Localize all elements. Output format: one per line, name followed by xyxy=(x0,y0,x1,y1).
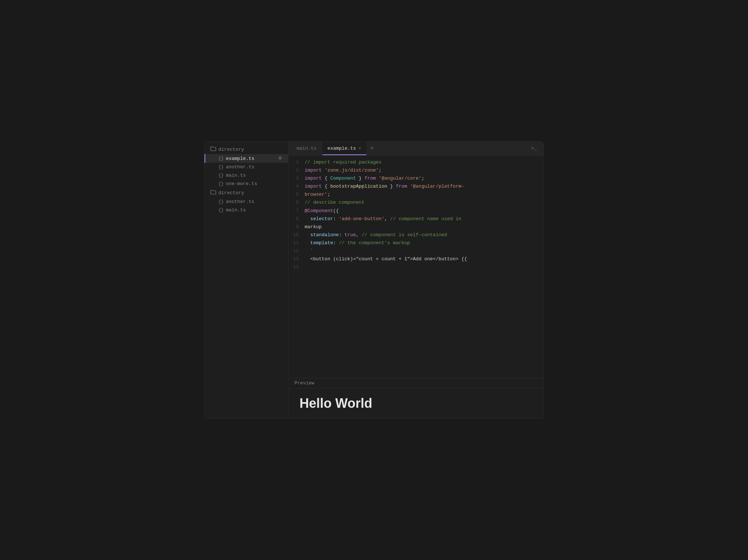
code-line-12: template: // the component's markup xyxy=(305,239,543,247)
tab-example-ts-label: example.ts xyxy=(328,146,356,151)
code-line-2: import 'zone.js/dist/zone'; xyxy=(305,166,543,174)
folder-icon-1 xyxy=(210,146,216,153)
braces-icon-another1: {} xyxy=(218,165,224,170)
sidebar-file-one-more-ts[interactable]: {} one-more.ts xyxy=(205,180,288,188)
sidebar-file-main-label-1: main.ts xyxy=(226,173,246,178)
code-line-8: @Component({ xyxy=(305,207,543,215)
code-line-4: import { bootstrapApplication } from '@a… xyxy=(305,183,543,191)
braces-icon-main2: {} xyxy=(218,208,224,213)
sidebar-file-onemore-label: one-more.ts xyxy=(226,181,257,187)
preview-content: Hello World xyxy=(289,388,543,418)
delete-icon[interactable] xyxy=(278,156,282,161)
sidebar-file-main-ts-2[interactable]: {} main.ts xyxy=(205,206,288,214)
preview-title: Hello World xyxy=(299,396,533,411)
sidebar-file-main-label-2: main.ts xyxy=(226,207,246,213)
code-line-10: markup xyxy=(305,223,543,231)
tab-add-button[interactable]: + xyxy=(367,145,377,152)
sidebar-directory-1[interactable]: directory xyxy=(205,145,288,154)
sidebar-file-another-ts-1[interactable]: {} another.ts xyxy=(205,163,288,171)
sidebar-file-main-ts-1[interactable]: {} main.ts xyxy=(205,171,288,180)
line-numbers: 1 2 3 4 5 6 7 8 9 10 11 12 13 14 xyxy=(289,158,305,375)
sidebar: directory {} example.ts {} another.ts {}… xyxy=(205,142,289,418)
tab-example-ts[interactable]: example.ts × xyxy=(323,142,366,155)
braces-icon-main1: {} xyxy=(218,173,224,178)
sidebar-file-example-ts[interactable]: {} example.ts xyxy=(205,154,288,163)
sidebar-dir1-label: directory xyxy=(218,147,244,152)
code-line-7: // describe component xyxy=(305,199,543,207)
code-content: // import required packages import 'zone… xyxy=(305,158,543,375)
sidebar-file-another-label-2: another.ts xyxy=(226,199,254,204)
folder-icon-2 xyxy=(210,189,216,196)
main-area: main.ts example.ts × + >_ 1 2 3 4 5 6 7 … xyxy=(289,142,543,418)
code-line-13: ` xyxy=(305,247,543,255)
preview-label: Preview xyxy=(289,378,543,388)
code-line-3: import { Component } from '@angular/core… xyxy=(305,174,543,183)
svg-rect-1 xyxy=(279,156,281,157)
code-line-9: selector: 'add-one-button', // component… xyxy=(305,215,543,223)
code-line-11: standalone: true, // component is self-c… xyxy=(305,231,543,239)
sidebar-file-example-label: example.ts xyxy=(226,156,254,161)
sidebar-file-another-ts-2[interactable]: {} another.ts xyxy=(205,197,288,206)
code-editor[interactable]: 1 2 3 4 5 6 7 8 9 10 11 12 13 14 // impo… xyxy=(289,156,543,378)
tab-close-icon[interactable]: × xyxy=(358,146,361,151)
tab-main-ts-label: main.ts xyxy=(297,146,317,151)
sidebar-dir2-label: directory xyxy=(218,190,244,196)
braces-icon-onemore: {} xyxy=(218,181,224,187)
tab-main-ts[interactable]: main.ts xyxy=(291,142,322,155)
sidebar-directory-2[interactable]: directory xyxy=(205,188,288,197)
terminal-button[interactable]: >_ xyxy=(527,144,541,153)
code-line-1: // import required packages xyxy=(305,158,543,166)
preview-section: Preview Hello World xyxy=(289,378,543,418)
code-line-5: browser'; xyxy=(305,191,543,199)
tab-bar: main.ts example.ts × + >_ xyxy=(289,142,543,156)
braces-icon-another2: {} xyxy=(218,199,224,204)
editor-container: directory {} example.ts {} another.ts {}… xyxy=(204,141,544,419)
braces-icon-example: {} xyxy=(218,156,224,161)
sidebar-file-another-label-1: another.ts xyxy=(226,164,254,170)
code-line-14: <button (click)="count = count + 1">Add … xyxy=(305,255,543,263)
